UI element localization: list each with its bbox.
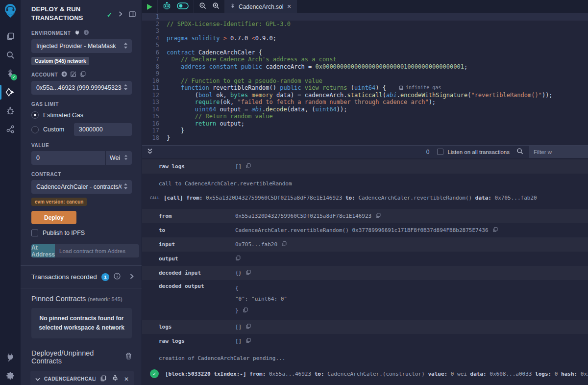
- settings-gear-icon[interactable]: [0, 366, 21, 385]
- terminal-table-row: raw logs[]: [142, 334, 588, 348]
- terminal-search-icon[interactable]: [516, 148, 523, 156]
- close-tab-icon[interactable]: ✕: [287, 3, 291, 10]
- zoom-in-icon[interactable]: [212, 2, 220, 11]
- solidity-compiler-icon[interactable]: ✓: [0, 64, 21, 83]
- copy-account-icon[interactable]: [80, 71, 86, 78]
- clear-contracts-trash-icon[interactable]: [125, 353, 132, 361]
- run-script-icon[interactable]: [147, 4, 152, 10]
- git-branch-icon[interactable]: [0, 120, 21, 139]
- value-unit-select[interactable]: Wei: [106, 151, 132, 165]
- copy-icon[interactable]: [245, 323, 251, 331]
- account-label: ACCOUNT: [31, 71, 132, 78]
- pinned-contracts-header: Pinned Contracts (network: 545): [21, 288, 142, 303]
- deployed-contract-card: CADENCEARCHCALER AT 0X ✕ Balance: 0 ETH …: [30, 371, 134, 385]
- line-number: 14: [142, 106, 167, 113]
- copy-address-icon[interactable]: [100, 375, 106, 383]
- remix-logo[interactable]: [3, 3, 17, 20]
- at-address-button[interactable]: At Address: [31, 244, 55, 257]
- panel-check-icon: ✓: [107, 11, 112, 19]
- terminal-table-row: decoded input{}: [142, 266, 588, 280]
- code-line: 16 return output;: [142, 120, 588, 128]
- publish-ipfs-label: Publish to IPFS: [43, 230, 85, 236]
- zoom-out-icon[interactable]: [199, 2, 206, 11]
- search-icon[interactable]: [0, 46, 21, 64]
- deployed-contracts-header: Deployed/Unpinned Contracts: [31, 349, 125, 365]
- gas-limit-label: GAS LIMIT: [31, 102, 132, 107]
- terminal-table-row: output: [142, 252, 588, 266]
- deploy-run-icon[interactable]: [0, 83, 21, 102]
- environment-select[interactable]: Injected Provider - MetaMask: [31, 39, 132, 53]
- line-number: 12: [142, 92, 167, 99]
- pin-contract-icon[interactable]: [112, 375, 118, 383]
- value-input[interactable]: [31, 151, 105, 165]
- terminal-call-summary[interactable]: call[call] from: 0x55a1320D432759960C5Df…: [142, 195, 588, 201]
- terminal: 0 Listen on all transactions raw logs[]c…: [142, 145, 588, 385]
- at-address-input[interactable]: [55, 244, 139, 257]
- line-number: 5: [142, 42, 167, 49]
- debugger-icon[interactable]: [0, 102, 21, 120]
- copy-icon[interactable]: [281, 241, 287, 248]
- network-badge: Custom (545) network: [31, 57, 89, 65]
- code-editor[interactable]: 12// SPDX-License-Identifier: GPL-3.034p…: [142, 13, 588, 145]
- transactions-info-icon[interactable]: [114, 273, 121, 281]
- copy-icon[interactable]: [375, 212, 381, 220]
- copy-icon[interactable]: [235, 255, 241, 262]
- copy-icon[interactable]: [245, 163, 251, 170]
- estimated-gas-radio[interactable]: [31, 111, 39, 119]
- terminal-table-row: toCadenceArchCaler.revertibleRandom() 0x…: [142, 223, 588, 237]
- code-line: 13 require(ok, "failed to fetch a random…: [142, 99, 588, 106]
- terminal-log-line: call to CadenceArchCaler.revertibleRando…: [159, 180, 588, 187]
- ai-copilot-robot-icon[interactable]: [163, 2, 171, 11]
- custom-gas-radio[interactable]: [31, 126, 39, 133]
- account-select[interactable]: 0x55a...46923 (999.9999453238: [31, 81, 132, 95]
- transactions-recorded-label: Transactions recorded: [31, 273, 97, 281]
- code-line: 12 (bool ok, bytes memory data) = cadenc…: [142, 92, 588, 99]
- code-line: 15 // Return random value: [142, 113, 588, 120]
- terminal-filter-input[interactable]: [529, 146, 588, 158]
- ai-copilot-toggle[interactable]: [177, 2, 189, 11]
- code-line: 8 address constant public cadenceArch = …: [142, 63, 588, 71]
- contract-label: CONTRACT: [31, 172, 132, 177]
- environment-label: ENVIRONMENT: [31, 29, 132, 36]
- file-explorer-icon[interactable]: [0, 27, 21, 46]
- contract-collapse-icon[interactable]: [35, 376, 40, 383]
- contract-select[interactable]: CadenceArchCaler - contracts/Cac: [31, 180, 132, 194]
- line-number: 6: [142, 49, 167, 56]
- chevron-updown-icon: [123, 84, 128, 92]
- pin-panel-icon[interactable]: [129, 11, 136, 19]
- plugin-manager-icon[interactable]: [0, 348, 21, 366]
- expand-terminal-icon[interactable]: [147, 148, 153, 156]
- terminal-header: 0 Listen on all transactions: [142, 145, 588, 158]
- publish-ipfs-checkbox[interactable]: [31, 230, 38, 236]
- pinned-empty-message: No pinned contracts found for selected w…: [31, 308, 132, 338]
- add-account-icon[interactable]: [61, 71, 67, 78]
- env-plug-icon[interactable]: [74, 30, 80, 36]
- transactions-count-badge: 1: [101, 273, 109, 281]
- remix-ide-app: ✓ DEPLOY & RUN TRANSACTIONS ✓: [0, 0, 588, 385]
- estimated-gas-label: Estimated Gas: [43, 112, 83, 119]
- code-line: 9: [142, 70, 588, 77]
- code-line: 4pragma solidity >=0.7.0 <0.9.0;: [142, 35, 588, 42]
- evm-version-badge: evm version: cancun: [31, 198, 87, 206]
- sign-message-icon[interactable]: [71, 71, 76, 78]
- transactions-recorded-row[interactable]: Transactions recorded 1: [21, 266, 142, 288]
- copy-icon[interactable]: [245, 269, 251, 277]
- terminal-block-summary[interactable]: ✓[block:5033220 txIndex:-] from: 0x55a..…: [150, 369, 588, 378]
- listen-all-checkbox[interactable]: [437, 149, 443, 155]
- panel-forward-icon[interactable]: [119, 11, 122, 18]
- env-info-icon[interactable]: [83, 29, 89, 36]
- code-line: 14 uint64 output = abi.decode(data, (uin…: [142, 106, 588, 113]
- line-number: 10: [142, 77, 167, 85]
- copy-icon[interactable]: [243, 307, 248, 314]
- code-line: 11 function revertibleRandom() public vi…: [142, 84, 588, 92]
- copy-icon[interactable]: [245, 337, 251, 345]
- tab-cadencearch-sol[interactable]: CadenceArch.sol ✕: [225, 0, 297, 13]
- line-number: 16: [142, 120, 167, 128]
- copy-icon[interactable]: [492, 227, 498, 234]
- custom-gas-input[interactable]: [74, 123, 132, 136]
- terminal-table-row: from0x55a1320D432759960C5Df0215a8dF78e1E…: [142, 209, 588, 223]
- code-line: 5: [142, 42, 588, 49]
- deploy-button[interactable]: Deploy: [31, 211, 76, 224]
- remove-contract-icon[interactable]: ✕: [124, 376, 129, 383]
- transactions-expand-icon[interactable]: [130, 274, 134, 281]
